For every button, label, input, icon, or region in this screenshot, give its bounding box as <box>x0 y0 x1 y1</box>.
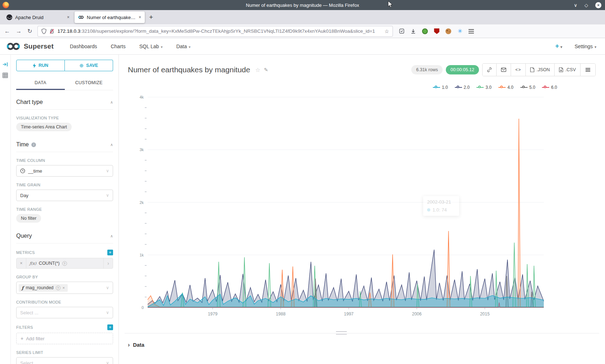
bookmark-star-icon[interactable] <box>385 28 389 34</box>
metric-expand-icon[interactable] <box>103 258 113 268</box>
add-filter-dropzone[interactable]: Add filter <box>16 333 113 344</box>
time-range-label: TIME RANGE <box>16 207 113 211</box>
nav-dashboards[interactable]: Dashboards <box>70 44 97 49</box>
time-column-select[interactable]: __time <box>16 165 113 177</box>
data-panel-toggle[interactable]: Data <box>128 342 144 348</box>
group-by-chip[interactable]: ƒ mag_rounded <box>19 284 68 292</box>
timeseries-area-chart[interactable]: 01k2k3k4k19791988199720062015 <box>135 86 556 320</box>
edit-properties-icon[interactable] <box>264 67 268 73</box>
chart-title: Numer of earthquakes by magnitude <box>128 65 250 74</box>
new-item-button[interactable]: + <box>555 42 563 50</box>
tooltip-value: 1.0: 74 <box>433 207 447 213</box>
cookie-extension-icon[interactable] <box>445 28 451 34</box>
svg-text:3k: 3k <box>139 147 144 152</box>
group-by-select[interactable]: ƒ mag_rounded <box>16 282 113 294</box>
svg-text:1997: 1997 <box>344 311 354 317</box>
settings-menu[interactable]: Settings <box>574 44 596 49</box>
embed-code-button[interactable]: <> <box>511 64 525 76</box>
extension-green-icon[interactable] <box>422 28 428 34</box>
chevron-down-icon <box>106 285 109 290</box>
nav-sql-lab[interactable]: SQL Lab <box>139 44 163 49</box>
window-titlebar: Numer of earthquakes by magnitude — Mozi… <box>0 0 605 10</box>
remove-metric-icon[interactable] <box>17 258 26 268</box>
collapse-icon[interactable] <box>110 234 113 238</box>
brand-name: Superset <box>24 42 54 50</box>
file-x-icon <box>559 67 563 72</box>
help-icon <box>62 261 67 266</box>
druid-favicon <box>6 14 12 20</box>
new-tab-button[interactable] <box>149 13 153 21</box>
pocket-shield-icon[interactable] <box>399 28 404 34</box>
favorite-star-icon[interactable] <box>255 67 260 73</box>
time-grain-select[interactable]: Day <box>16 190 113 201</box>
add-metric-button[interactable] <box>107 250 113 255</box>
superset-logo[interactable]: Superset <box>6 42 54 51</box>
url-text: 172.18.0.3:32108/superset/explore/?form_… <box>57 28 381 34</box>
save-button[interactable]: SAVE <box>65 60 113 71</box>
resize-drag-handle[interactable] <box>336 331 347 335</box>
contribution-mode-select[interactable]: Select ... <box>16 307 113 318</box>
nav-data[interactable]: Data <box>176 44 191 49</box>
tracking-shield-icon[interactable] <box>41 28 46 34</box>
chevron-down-icon <box>189 45 191 49</box>
superset-navbar: Superset DashboardsChartsSQL LabData + S… <box>0 38 605 55</box>
metric-chip[interactable]: ƒ(x) COUNT(*) <box>16 258 113 269</box>
expand-panel-icon[interactable] <box>3 62 8 67</box>
ublock-icon[interactable] <box>434 28 439 34</box>
run-button[interactable]: RUN <box>16 60 65 71</box>
svg-text:1979: 1979 <box>208 311 218 317</box>
copy-link-button[interactable] <box>483 64 496 76</box>
series-limit-label: SERIES LIMIT <box>16 350 113 355</box>
time-range-value[interactable]: No filter <box>16 214 41 223</box>
tab-superset-chart[interactable]: Numer of earthquakes by <box>75 12 145 23</box>
firefox-menu-icon[interactable] <box>469 31 474 32</box>
tab-apache-druid[interactable]: Apache Druid <box>3 12 73 23</box>
extension-asterisk-icon[interactable] <box>457 28 462 35</box>
chevron-down-icon <box>560 45 562 49</box>
section-chart-type[interactable]: Chart type <box>16 99 113 110</box>
tab-close-icon[interactable] <box>67 15 70 20</box>
query-duration-badge: 00:00:05.12 <box>446 65 479 74</box>
chevron-down-icon <box>161 45 162 49</box>
email-button[interactable] <box>496 64 511 76</box>
insecure-lock-icon[interactable] <box>49 28 54 34</box>
dataset-grid-icon[interactable] <box>3 73 8 78</box>
viz-type-value[interactable]: Time-series Area Chart <box>16 123 72 131</box>
remove-chip-icon[interactable] <box>63 286 65 290</box>
collapse-icon[interactable] <box>110 100 113 105</box>
plus-circle-icon <box>80 63 84 68</box>
chevron-down-icon <box>106 310 109 315</box>
tab-close-icon[interactable] <box>139 15 141 20</box>
window-close-button[interactable] <box>595 2 601 8</box>
nav-charts[interactable]: Charts <box>111 44 125 49</box>
tab-customize[interactable]: CUSTOMIZE <box>65 76 113 90</box>
export-csv-button[interactable]: .CSV <box>554 64 580 76</box>
superset-infinity-icon <box>6 42 21 51</box>
window-maximize-button[interactable] <box>584 2 588 8</box>
export-json-button[interactable]: .JSON <box>525 64 554 76</box>
tab-data[interactable]: DATA <box>16 76 65 90</box>
chart-menu-button[interactable] <box>580 64 595 76</box>
svg-text:2k: 2k <box>139 200 144 205</box>
series-limit-select[interactable]: Select ... <box>16 357 113 364</box>
plus-icon <box>21 336 23 341</box>
row-count-badge: 6.31k rows <box>411 65 442 74</box>
collapse-icon[interactable] <box>110 142 113 147</box>
file-icon <box>530 67 534 72</box>
function-icon: ƒ <box>22 285 23 291</box>
url-bar[interactable]: 172.18.0.3:32108/superset/explore/?form_… <box>38 26 393 36</box>
svg-text:2006: 2006 <box>412 311 422 317</box>
group-by-value: mag_rounded <box>26 285 53 290</box>
section-query[interactable]: Query <box>16 233 113 244</box>
downloads-icon[interactable] <box>411 28 416 34</box>
add-filter-plus-button[interactable] <box>107 324 113 330</box>
code-icon: <> <box>515 67 521 72</box>
svg-text:4k: 4k <box>139 95 144 99</box>
forward-button[interactable] <box>16 28 22 35</box>
svg-text:1988: 1988 <box>276 311 286 317</box>
help-icon <box>56 286 60 290</box>
section-time[interactable]: Time <box>16 141 113 152</box>
window-minimize-button[interactable] <box>574 2 577 8</box>
back-button[interactable] <box>4 28 10 35</box>
reload-button[interactable] <box>27 28 32 35</box>
